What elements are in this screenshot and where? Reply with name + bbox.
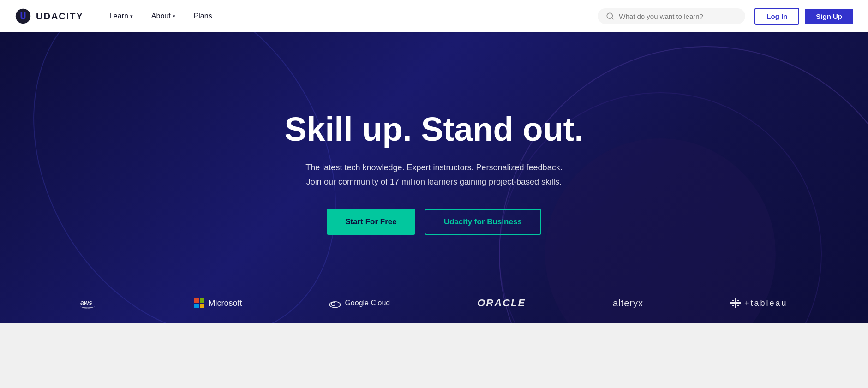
below-fold	[0, 323, 868, 369]
svg-text:aws: aws	[80, 299, 92, 306]
nav-learn-label: Learn	[109, 12, 128, 20]
google-cloud-icon	[329, 298, 341, 308]
nav-plans-label: Plans	[194, 12, 212, 20]
partner-aws: aws	[80, 296, 107, 310]
svg-rect-10	[730, 302, 741, 304]
aws-icon: aws	[80, 296, 103, 310]
nav-learn-chevron-icon: ▾	[130, 13, 133, 19]
search-icon	[606, 12, 614, 20]
tableau-cross-icon	[730, 298, 741, 308]
nav-menu: Learn ▾ About ▾ Plans	[102, 8, 598, 24]
hero-title: Skill up. Stand out.	[285, 111, 584, 148]
search-bar	[598, 8, 745, 24]
svg-rect-4	[200, 298, 204, 303]
navbar-actions: Log In Sign Up	[754, 8, 853, 25]
alteryx-wordmark: alteryx	[613, 298, 643, 309]
nav-plans[interactable]: Plans	[186, 8, 220, 24]
partners-bar: aws Microsoft Google Cloud OR	[0, 283, 868, 323]
hero-content: Skill up. Stand out. The latest tech kno…	[285, 111, 584, 235]
nav-about-label: About	[151, 12, 171, 20]
svg-rect-3	[194, 298, 199, 303]
svg-point-8	[332, 302, 335, 306]
start-for-free-button[interactable]: Start For Free	[327, 209, 415, 235]
navbar: UDACITY Learn ▾ About ▾ Plans Log In Sig…	[0, 0, 868, 32]
partner-tableau: +tableau	[730, 298, 788, 308]
logo-text: UDACITY	[36, 11, 84, 22]
microsoft-wordmark: Microsoft	[208, 298, 242, 308]
hero-buttons: Start For Free Udacity for Business	[285, 209, 584, 235]
nav-about-chevron-icon: ▾	[173, 13, 175, 19]
search-input[interactable]	[619, 12, 737, 20]
logo-link[interactable]: UDACITY	[15, 8, 84, 24]
partner-oracle: ORACLE	[477, 297, 526, 309]
login-button[interactable]: Log In	[754, 8, 799, 25]
hero-subtitle-line2: Join our community of 17 million learner…	[306, 177, 562, 186]
oracle-wordmark: ORACLE	[477, 297, 526, 309]
google-cloud-wordmark: Google Cloud	[345, 299, 390, 307]
udacity-logo-icon	[15, 8, 31, 24]
svg-rect-5	[194, 304, 199, 308]
nav-learn[interactable]: Learn ▾	[102, 8, 140, 24]
svg-rect-14	[737, 305, 739, 306]
svg-rect-13	[732, 305, 734, 306]
svg-line-1	[612, 18, 613, 19]
udacity-for-business-button[interactable]: Udacity for Business	[425, 209, 541, 235]
hero-subtitle: The latest tech knowledge. Expert instru…	[285, 161, 584, 189]
svg-rect-11	[732, 300, 734, 301]
microsoft-grid-icon	[194, 298, 204, 308]
svg-rect-12	[737, 300, 739, 301]
tableau-wordmark: +tableau	[744, 298, 788, 308]
partner-google-cloud: Google Cloud	[329, 298, 390, 308]
svg-rect-6	[200, 304, 204, 308]
hero-subtitle-line1: The latest tech knowledge. Expert instru…	[305, 163, 562, 172]
partner-alteryx: alteryx	[613, 298, 643, 309]
nav-about[interactable]: About ▾	[144, 8, 183, 24]
hero-section: Skill up. Stand out. The latest tech kno…	[0, 32, 868, 323]
partner-microsoft: Microsoft	[194, 298, 242, 308]
signup-button[interactable]: Sign Up	[805, 9, 853, 24]
